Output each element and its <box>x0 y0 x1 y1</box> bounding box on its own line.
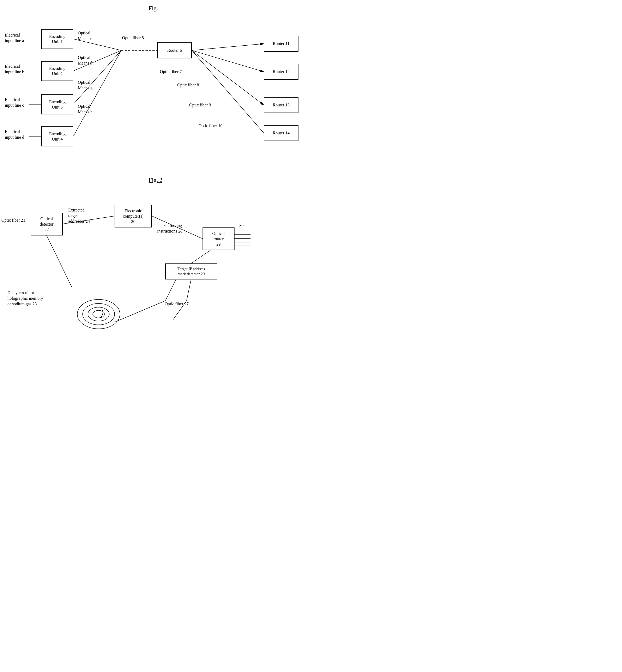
elec-input-b: Elecricalinput line b <box>5 64 24 75</box>
elec-input-c: Elecricalinput line c <box>5 97 24 108</box>
svg-line-11 <box>192 51 264 105</box>
fig1-title: Fig. 1 <box>0 0 311 14</box>
optic-fiber-27-label: Optic fiber 27 <box>165 301 189 307</box>
diagram-container: Fig. 1 <box>0 0 311 373</box>
svg-line-30 <box>114 301 165 322</box>
router-11: Router 11 <box>264 36 299 52</box>
optical-means-e: OpticalMeans e <box>78 30 92 42</box>
router-14: Router 14 <box>264 125 299 141</box>
router-6: Router 6 <box>157 42 192 58</box>
svg-point-29 <box>93 311 104 318</box>
extracted-target-label: Extractedtargetaddresses 24 <box>68 207 90 224</box>
fig1-area: EncodingUnit 1 EncodingUnit 2 EncodingUn… <box>0 14 311 164</box>
optic-fiber-8: Optic fiber 8 <box>177 83 199 88</box>
encoding-unit-2: EncodingUnit 2 <box>41 61 73 81</box>
num-30-label: 30 <box>239 223 244 228</box>
optical-detector-22: Opticaldetector22 <box>31 213 63 235</box>
optic-fiber-5: Optic fiber 5 <box>122 35 144 41</box>
elec-input-a: Elecricalinput line a <box>5 33 24 44</box>
encoding-unit-1: EncodingUnit 1 <box>41 29 73 49</box>
svg-line-31 <box>165 280 176 301</box>
svg-line-17 <box>191 250 211 263</box>
svg-line-12 <box>192 51 264 133</box>
packet-routing-label: Packet routinginstructions 28 <box>157 223 182 234</box>
optic-fiber-21-label: Optic fiber 21 <box>1 218 25 223</box>
optic-fiber-9: Optic fiber 9 <box>189 102 211 108</box>
svg-line-10 <box>192 51 264 72</box>
optical-means-h: OpticalMeans h <box>78 104 93 115</box>
svg-point-27 <box>82 303 114 325</box>
router-12: Router 12 <box>264 64 299 80</box>
svg-point-26 <box>77 299 120 329</box>
encoding-unit-3: EncodingUnit 3 <box>41 94 73 115</box>
optical-means-f: OpticalMeans f <box>78 55 92 66</box>
elec-input-d: Elecricalinput line d <box>5 129 24 140</box>
electronic-computer-26: Electroniccomputer(s)26 <box>114 205 152 227</box>
target-ip-detector-20: Target IP addressmark detector 20 <box>165 263 217 280</box>
svg-point-28 <box>88 307 109 321</box>
fig2-area: Opticaldetector22 Electroniccomputer(s)2… <box>0 186 311 373</box>
optic-fiber-7: Optic fiber 7 <box>160 69 182 75</box>
delay-circuit-label: Delay circuit orholographic memoryor sod… <box>7 290 43 307</box>
svg-line-23 <box>186 280 191 301</box>
svg-line-25 <box>47 235 72 287</box>
encoding-unit-4: EncodingUnit 4 <box>41 126 73 147</box>
fig2-title: Fig. 2 <box>0 172 311 186</box>
svg-line-9 <box>192 44 264 51</box>
optical-means-g: OpticalMeans g <box>78 80 93 91</box>
router-13: Router 13 <box>264 97 299 113</box>
optic-fiber-10: Optic fiber 10 <box>199 123 222 129</box>
optical-router-29: Opticalrouter29 <box>203 227 235 250</box>
